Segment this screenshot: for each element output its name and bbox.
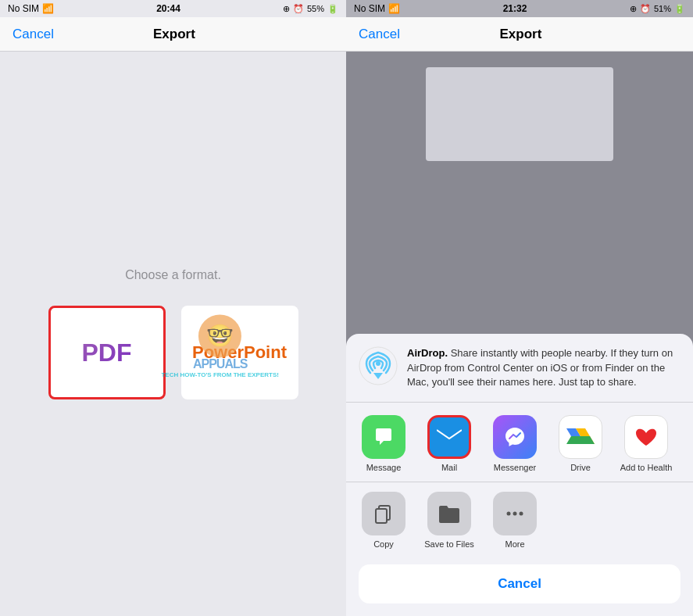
- left-cancel-button[interactable]: Cancel: [13, 27, 54, 42]
- left-alarm-icon: ⏰: [293, 4, 304, 14]
- left-title: Export: [153, 27, 195, 42]
- pdf-label: PDF: [82, 338, 132, 367]
- messenger-app-icon: [493, 415, 537, 459]
- left-status-bar: No SIM 📶 20:44 ⊕ ⏰ 55% 🔋: [0, 0, 346, 17]
- messenger-app-label: Messenger: [494, 463, 536, 472]
- left-battery: 55%: [307, 4, 324, 13]
- left-battery-icon: 🔋: [327, 4, 338, 14]
- health-app-icon: [624, 415, 668, 459]
- svg-rect-3: [437, 428, 462, 446]
- svg-rect-2: [437, 428, 462, 446]
- right-alarm-icon: ⏰: [640, 4, 651, 14]
- action-item-more[interactable]: More: [484, 492, 546, 549]
- drive-app-icon: [559, 415, 602, 459]
- right-carrier: No SIM: [354, 3, 385, 14]
- app-item-message[interactable]: Message: [352, 415, 415, 472]
- airdrop-section: AirDrop. Share instantly with people nea…: [346, 334, 693, 403]
- airdrop-desc-text: Share instantly with people nearby. If t…: [407, 347, 673, 387]
- more-action-label: More: [505, 539, 524, 549]
- svg-point-8: [520, 512, 523, 516]
- right-time: 21:32: [503, 3, 527, 14]
- action-item-copy[interactable]: Copy: [352, 492, 415, 549]
- left-status-right: ⊕ ⏰ 55% 🔋: [283, 4, 338, 14]
- drive-app-label: Drive: [570, 463, 591, 472]
- right-status-right: ⊕ ⏰ 51% 🔋: [630, 4, 685, 14]
- svg-rect-5: [376, 509, 387, 523]
- message-app-label: Message: [366, 463, 402, 472]
- powerpoint-format-card[interactable]: PowerPoint: [181, 306, 298, 399]
- copy-action-label: Copy: [373, 539, 394, 549]
- save-files-action-label: Save to Files: [424, 539, 474, 549]
- right-status-bar: No SIM 📶 21:32 ⊕ ⏰ 51% 🔋: [346, 0, 693, 17]
- actions-row: Copy Save to Files: [346, 485, 693, 558]
- action-item-save-files[interactable]: Save to Files: [418, 492, 480, 549]
- app-item-drive[interactable]: Drive: [549, 415, 612, 472]
- choose-format-text: Choose a format.: [125, 268, 221, 282]
- right-nav-bar: Cancel Export: [346, 17, 693, 52]
- copy-action-icon: [362, 492, 405, 535]
- airdrop-title: AirDrop.: [407, 347, 448, 359]
- left-time: 20:44: [156, 3, 180, 14]
- left-content: Choose a format. PDF PowerPoint 🤓 APPUAL…: [0, 52, 346, 616]
- more-action-icon: [493, 492, 537, 535]
- svg-point-1: [376, 361, 380, 366]
- apps-actions-divider: [346, 482, 693, 482]
- mail-app-label: Mail: [441, 463, 457, 472]
- right-panel: No SIM 📶 21:32 ⊕ ⏰ 51% 🔋 Cancel Export: [346, 0, 693, 616]
- format-options: PDF PowerPoint: [48, 306, 298, 399]
- right-status-left: No SIM 📶: [354, 3, 400, 14]
- preview-box: [426, 67, 613, 161]
- airdrop-icon: [359, 346, 398, 389]
- airdrop-description: AirDrop. Share instantly with people nea…: [407, 346, 680, 389]
- app-item-mail[interactable]: Mail: [418, 415, 480, 472]
- right-location-icon: ⊕: [630, 4, 637, 14]
- apps-row: Message Mail: [346, 403, 693, 478]
- health-app-label: Add to Health: [620, 463, 673, 472]
- left-location-icon: ⊕: [283, 4, 290, 14]
- svg-point-7: [513, 512, 517, 516]
- app-item-health[interactable]: Add to Health: [615, 415, 677, 472]
- left-nav-bar: Cancel Export: [0, 17, 346, 52]
- left-carrier: No SIM: [8, 3, 39, 14]
- right-title: Export: [500, 27, 542, 42]
- right-battery: 51%: [654, 4, 671, 13]
- right-wifi-icon: 📶: [388, 3, 400, 14]
- right-cancel-button[interactable]: Cancel: [359, 27, 400, 42]
- message-app-icon: [362, 415, 405, 459]
- powerpoint-label: PowerPoint: [192, 342, 287, 363]
- left-panel: No SIM 📶 20:44 ⊕ ⏰ 55% 🔋 Cancel Export C…: [0, 0, 346, 616]
- share-sheet-cancel-button[interactable]: Cancel: [359, 564, 680, 603]
- share-sheet: AirDrop. Share instantly with people nea…: [346, 334, 693, 616]
- save-files-action-icon: [427, 492, 471, 535]
- app-item-messenger[interactable]: Messenger: [484, 415, 546, 472]
- mail-app-icon: [427, 415, 471, 459]
- left-status-left: No SIM 📶: [8, 3, 54, 14]
- left-wifi-icon: 📶: [42, 3, 54, 14]
- svg-point-6: [507, 512, 511, 516]
- pdf-format-card[interactable]: PDF: [48, 306, 166, 399]
- right-battery-icon: 🔋: [674, 4, 685, 14]
- cancel-row: Cancel: [346, 558, 693, 616]
